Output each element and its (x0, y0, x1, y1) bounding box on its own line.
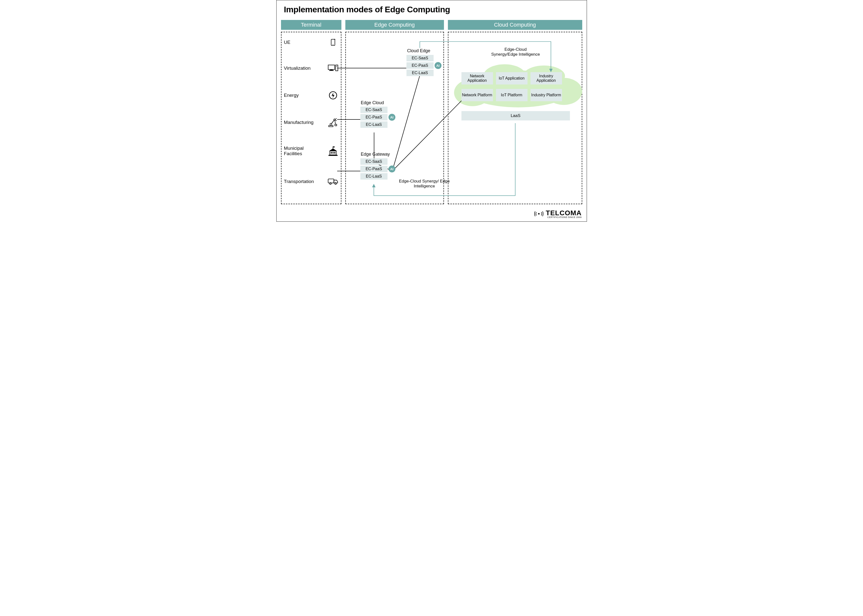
cloud-box-iot-application: IoT Application (496, 72, 528, 85)
svg-rect-28 (328, 179, 334, 183)
chip-ec-laas: EC-LaaS (361, 121, 387, 128)
robot-arm-icon (328, 117, 338, 127)
svg-rect-24 (333, 146, 335, 148)
svg-rect-12 (335, 65, 338, 71)
terminal-item-transportation: Transportation (284, 176, 338, 187)
terminal-item-municipal: Municipal Facilities (284, 146, 338, 156)
svg-rect-15 (329, 126, 333, 127)
svg-point-31 (538, 213, 540, 215)
chip-ec-saas: EC-SaaS (406, 55, 434, 61)
svg-rect-11 (329, 70, 334, 71)
ai-badge: AI (389, 165, 395, 173)
svg-rect-20 (335, 124, 337, 126)
terminal-item-manufacturing: Manufacturing (284, 117, 338, 127)
edge-cloud-title: Edge Cloud (361, 100, 384, 105)
col-header-edge: Edge Computing (345, 20, 444, 30)
terminal-item-ue: UE (284, 37, 338, 47)
ai-badge: AI (389, 114, 395, 121)
brand-sub: CERTIFICATIONS SINCE 2009 (546, 216, 581, 218)
desktop-icon (328, 63, 338, 74)
cloud-blob (454, 64, 580, 108)
chip-ec-laas: EC-LaaS (361, 173, 387, 179)
chip-ec-paas: EC-PaaS (406, 62, 434, 69)
col-header-cloud: Cloud Computing (448, 20, 582, 30)
cloud-box-industry-application: Industry Application (531, 72, 562, 85)
terminal-label: Energy (284, 93, 299, 98)
cloud-edge-stack: EC-SaaS EC-PaaS EC-LaaS (406, 55, 434, 77)
cloud-box-iot-platform: IoT Platform (496, 89, 528, 101)
svg-line-17 (331, 120, 334, 124)
svg-line-19 (335, 121, 335, 124)
terminal-label: Virtualization (284, 66, 310, 71)
terminal-item-energy: Energy (284, 90, 338, 101)
arrow-label-top: Edge-Cloud Synergy/Edge Intelligence (491, 47, 540, 57)
chip-ec-paas: EC-PaaS (361, 166, 387, 172)
chip-ec-saas: EC-SaaS (361, 159, 387, 165)
terminal-label: UE (284, 40, 290, 45)
terminal-item-virtualization: Virtualization (284, 63, 338, 74)
chip-ec-paas: EC-PaaS (361, 114, 387, 121)
edge-cloud-stack: EC-SaaS EC-PaaS EC-LaaS (361, 107, 387, 129)
chip-ec-saas: EC-SaaS (361, 107, 387, 113)
building-icon (328, 146, 338, 156)
arrow-label-bottom: Edge-Cloud Synergy/ Edge Intelligence (397, 179, 452, 189)
terminal-label: Transportation (284, 179, 314, 184)
col-header-terminal: Terminal (281, 20, 342, 30)
svg-rect-10 (330, 69, 333, 70)
ai-badge: AI (435, 62, 441, 69)
cloud-box-industry-platform: Industry Platform (531, 89, 562, 101)
svg-rect-27 (334, 152, 335, 154)
svg-point-8 (332, 44, 333, 45)
cloud-laas-bar: LaaS (461, 111, 570, 121)
brand-logo: TELCOMA CERTIFICATIONS SINCE 2009 (534, 209, 581, 218)
chip-ec-laas: EC-LaaS (406, 70, 434, 76)
terminal-label: Manufacturing (284, 120, 313, 125)
svg-rect-9 (328, 65, 334, 69)
bolt-icon (328, 90, 338, 101)
cloud-box-network-application: Network Application (461, 72, 493, 85)
page-title: Implementation modes of Edge Computing (284, 5, 450, 14)
svg-rect-26 (332, 152, 334, 154)
cloud-edge-title: Cloud Edge (407, 48, 430, 53)
edge-gateway-title: Edge Gateway (361, 152, 390, 157)
cloud-box-network-platform: Network Platform (461, 89, 493, 101)
signal-icon (534, 210, 544, 217)
edge-gateway-stack: EC-SaaS EC-PaaS EC-LaaS (361, 159, 387, 181)
svg-point-13 (336, 66, 337, 67)
phone-icon (328, 37, 338, 47)
svg-rect-25 (331, 152, 332, 154)
terminal-label: Municipal Facilities (284, 146, 313, 156)
truck-icon (328, 176, 338, 187)
